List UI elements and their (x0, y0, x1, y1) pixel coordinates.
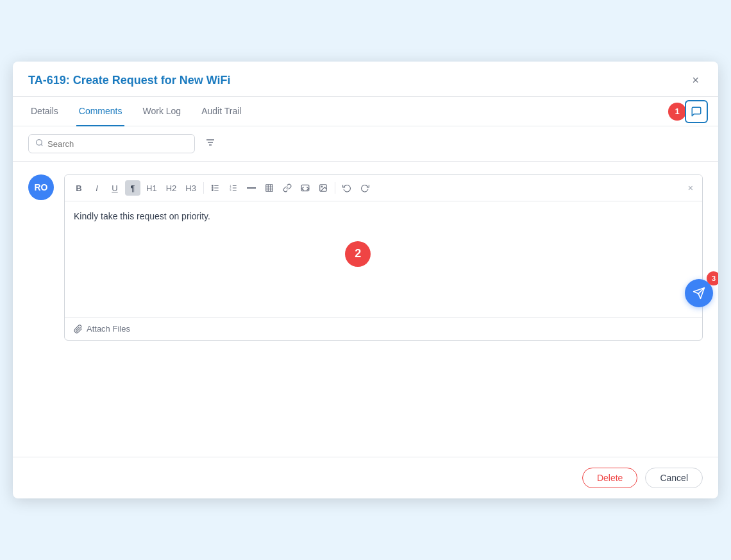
toolbar-divider-1 (203, 182, 204, 194)
badge-3: 3 (707, 271, 718, 285)
svg-point-9 (212, 187, 213, 189)
table-button[interactable] (262, 180, 277, 196)
comment-icon-button[interactable] (685, 100, 708, 123)
link-button[interactable] (280, 180, 295, 196)
editor-close-button[interactable]: × (685, 182, 696, 194)
modal-footer: Delete Cancel (13, 457, 718, 498)
send-wrapper: 3 (685, 279, 713, 307)
cancel-button[interactable]: Cancel (645, 468, 703, 488)
send-icon (693, 287, 705, 300)
search-icon (35, 139, 44, 149)
delete-button[interactable]: Delete (582, 468, 637, 488)
paperclip-icon (74, 325, 83, 334)
chat-icon (691, 106, 702, 117)
editor-body[interactable]: Kindly take this request on priority. (65, 201, 702, 317)
ol-button[interactable]: 123 (226, 180, 241, 196)
bold-button[interactable]: B (71, 180, 87, 196)
search-box (28, 134, 195, 153)
editor-toolbar: B I U ¶ H1 H2 H3 123 (65, 175, 702, 201)
hr-button[interactable] (244, 180, 259, 196)
close-button[interactable]: × (688, 73, 703, 87)
modal: TA-619: Create Request for New WiFi × De… (13, 62, 718, 498)
comment-row: RO B I U ¶ H1 H2 H3 (28, 174, 703, 341)
modal-header: TA-619: Create Request for New WiFi × (13, 62, 718, 97)
attach-files-row[interactable]: Attach Files (65, 317, 702, 340)
embed-button[interactable] (298, 180, 313, 196)
tab-comments[interactable]: Comments (76, 97, 125, 126)
comment-editor: B I U ¶ H1 H2 H3 123 (64, 174, 703, 341)
content-area: RO B I U ¶ H1 H2 H3 (13, 162, 718, 457)
avatar: RO (28, 174, 54, 200)
h1-button[interactable]: H1 (143, 180, 160, 196)
italic-button[interactable]: I (89, 180, 105, 196)
image-button[interactable] (315, 180, 331, 196)
svg-point-10 (212, 190, 213, 191)
paragraph-button[interactable]: ¶ (125, 180, 140, 196)
toolbar-divider-2 (335, 182, 335, 194)
attach-label: Attach Files (87, 324, 130, 334)
tab-worklog[interactable]: Work Log (140, 97, 183, 126)
ul-button[interactable] (208, 180, 223, 196)
svg-point-8 (212, 185, 213, 187)
sort-icon (205, 137, 215, 148)
underline-button[interactable]: U (107, 180, 122, 196)
tabs-row: Details Comments Work Log Audit Trail 1 (13, 97, 718, 126)
tab-audittrail[interactable]: Audit Trail (199, 97, 244, 126)
svg-text:3: 3 (230, 189, 231, 192)
filter-sort-button[interactable] (203, 135, 218, 153)
h2-button[interactable]: H2 (163, 180, 180, 196)
svg-rect-18 (266, 185, 273, 192)
undo-button[interactable] (339, 180, 355, 196)
redo-button[interactable] (357, 180, 373, 196)
svg-point-0 (37, 140, 42, 146)
tab-badge-1: 1 (668, 103, 686, 121)
svg-line-1 (41, 144, 42, 146)
modal-title: TA-619: Create Request for New WiFi (28, 74, 231, 87)
tab-details[interactable]: Details (28, 97, 61, 126)
search-filter-row (13, 126, 718, 162)
svg-point-25 (321, 186, 323, 187)
h3-button[interactable]: H3 (182, 180, 199, 196)
search-input[interactable] (47, 139, 188, 149)
